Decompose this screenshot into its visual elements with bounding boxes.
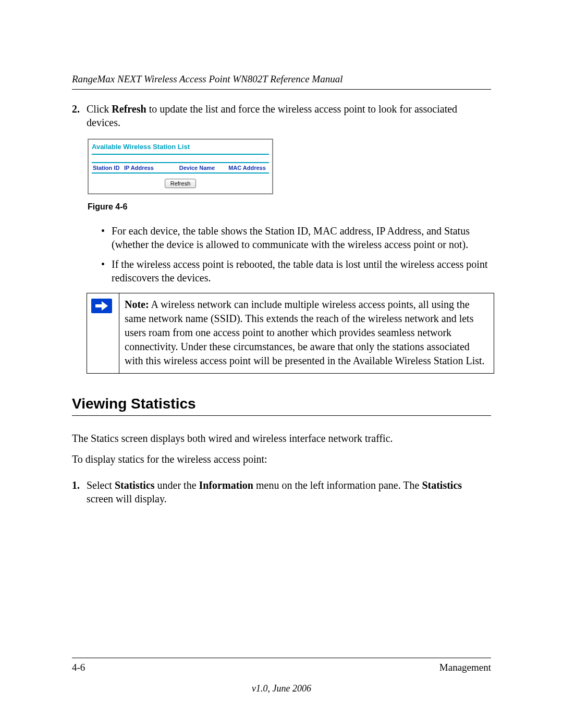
- table-header-row: Station ID IP Address Device Name MAC Ad…: [92, 162, 269, 174]
- note-box: Note: A wireless network can include mul…: [87, 293, 494, 374]
- bold-word: Refresh: [112, 103, 146, 115]
- page-footer: 4-6 Management v1.0, June 2006: [72, 658, 491, 695]
- text: Select: [87, 479, 115, 491]
- text: menu on the left information pane. The: [253, 479, 422, 491]
- bullet-text: If the wireless access point is rebooted…: [112, 257, 491, 285]
- bullet-text: For each device, the table shows the Sta…: [112, 224, 491, 251]
- screenshot-panel: Available Wireless Station List Station …: [88, 139, 273, 194]
- bold-word: Statistics: [115, 479, 155, 491]
- panel-title: Available Wireless Station List: [92, 143, 269, 152]
- button-row: Refresh: [92, 174, 269, 189]
- note-label: Note:: [125, 299, 149, 310]
- step-body: Click Refresh to update the list and for…: [87, 102, 491, 129]
- bullet-icon: •: [101, 257, 112, 285]
- list-item: • If the wireless access point is reboot…: [101, 257, 491, 285]
- col-device-name: Device Name: [169, 164, 225, 171]
- figure-caption: Figure 4-6: [88, 202, 491, 213]
- paragraph: The Statics screen displays both wired a…: [72, 431, 491, 445]
- bold-word: Statistics: [422, 479, 462, 491]
- panel-rule: [92, 154, 269, 155]
- manual-title: RangeMax NEXT Wireless Access Point WN80…: [72, 73, 491, 86]
- step-number: 1.: [72, 478, 87, 505]
- ordered-step: 2. Click Refresh to update the list and …: [72, 102, 491, 129]
- bullet-icon: •: [101, 224, 112, 251]
- ordered-step: 1. Select Statistics under the Informati…: [72, 478, 491, 505]
- col-ip-address: IP Address: [124, 164, 169, 171]
- text: Click: [87, 103, 112, 115]
- note-icon-cell: [87, 293, 119, 373]
- bullet-list: • For each device, the table shows the S…: [101, 224, 491, 285]
- step-2: 2. Click Refresh to update the list and …: [72, 102, 491, 129]
- text: under the: [155, 479, 199, 491]
- section-heading: Viewing Statistics: [72, 394, 491, 413]
- figure-4-6: Available Wireless Station List Station …: [88, 139, 491, 194]
- step-1: 1. Select Statistics under the Informati…: [72, 478, 491, 505]
- document-page: RangeMax NEXT Wireless Access Point WN80…: [0, 0, 563, 728]
- refresh-button[interactable]: Refresh: [165, 179, 197, 188]
- section-rule: [72, 415, 491, 416]
- list-item: • For each device, the table shows the S…: [101, 224, 491, 251]
- step-body: Select Statistics under the Information …: [87, 478, 491, 505]
- text: screen will display.: [87, 493, 167, 504]
- footer-row: 4-6 Management: [72, 661, 491, 674]
- step-number: 2.: [72, 102, 87, 129]
- note-body: A wireless network can include multiple …: [125, 299, 485, 366]
- note-text: Note: A wireless network can include mul…: [119, 293, 494, 373]
- paragraph: To display statics for the wireless acce…: [72, 452, 491, 466]
- section-name: Management: [439, 661, 491, 674]
- bold-word: Information: [199, 479, 253, 491]
- arrow-right-icon: [91, 299, 112, 313]
- col-station-id: Station ID: [92, 164, 124, 171]
- version-line: v1.0, June 2006: [72, 683, 491, 695]
- footer-rule: [72, 658, 491, 658]
- page-number: 4-6: [72, 661, 85, 674]
- col-mac-address: MAC Address: [225, 164, 269, 171]
- header-rule: [72, 89, 491, 90]
